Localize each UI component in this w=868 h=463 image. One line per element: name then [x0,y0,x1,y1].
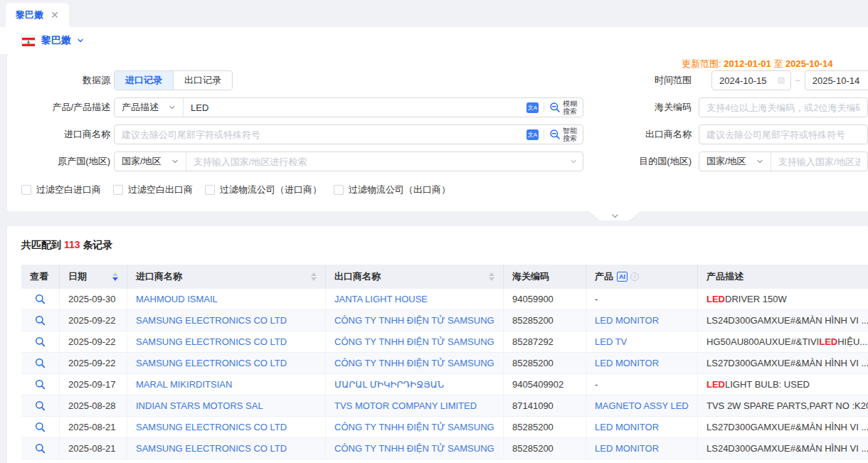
column-header-6: 产品AIi [586,265,697,289]
importer-link[interactable]: SAMSUNG ELECTRONICS CO LTD [136,443,287,454]
exporter-link[interactable]: CÔNG TY TNHH ĐIỆN TỬ SAMSUNG HCMC... [334,358,494,368]
exporter-link[interactable]: CÔNG TY TNHH ĐIỆN TỬ SAMSUNG HCMC... [334,336,494,347]
date-start-field[interactable] [711,70,791,90]
hs-code-cell: 87141090 [503,395,586,416]
exporter-input[interactable] [699,129,867,140]
product-type-select[interactable]: 产品描述 [115,98,184,117]
close-icon[interactable]: ✕ [51,10,59,20]
product-link[interactable]: LED MONITOR [595,315,659,326]
importer-link[interactable]: SAMSUNG ELECTRONICS CO LTD [136,315,287,326]
date-end-field[interactable] [805,70,868,90]
exporter-link[interactable]: CÔNG TY TNHH ĐIỆN TỬ SAMSUNG HCMC... [334,315,494,326]
fuzzy-search-icon [549,102,561,113]
view-record-button[interactable] [35,336,46,347]
checkbox-box-icon[interactable] [113,185,123,195]
customs-code-input[interactable] [699,102,867,113]
hs-code-cell: 85287292 [503,331,586,352]
checkbox-box-icon[interactable] [21,185,31,195]
view-record-button[interactable] [35,443,46,454]
column-label: 进口商名称 [136,270,182,283]
exporter-link[interactable]: CÔNG TY TNHH ĐIỆN TỬ SAMSUNG HCMC... [334,422,494,432]
exporter-link[interactable]: ՄԱՐԱԼ ՄԻԿԻՐԴԻՋՅԱՆ [334,379,444,390]
data-source-option[interactable]: 进口记录 [115,71,173,90]
importer-cell: SAMSUNG ELECTRONICS CO LTD [127,353,325,373]
collapse-chevron-icon [611,213,619,219]
exporter-link[interactable]: TVS MOTOR COMPANY LIMITED [334,400,477,411]
exporter-link[interactable]: CÔNG TY TNHH ĐIỆN TỬ SAMSUNG HCMC... [334,443,494,454]
results-count: 113 [61,239,83,250]
column-label: 查看 [30,270,48,283]
info-icon[interactable]: i [630,272,639,281]
sort-desc-icon[interactable] [112,277,118,281]
dest-country-input[interactable] [771,156,867,167]
view-cell [21,353,59,373]
importer-input[interactable] [115,129,526,140]
column-header-4[interactable]: 出口商名称 [325,265,503,289]
view-record-button[interactable] [35,294,46,304]
column-header-5: 海关编码 [503,265,586,289]
tab-lebanon[interactable]: 黎巴嫩 ✕ [6,3,69,27]
sort-asc-icon[interactable] [489,272,494,276]
origin-country-select[interactable]: 国家/地区 [115,152,186,171]
importer-link[interactable]: INDIAN STARS MOTORS SAL [136,400,263,411]
product-input[interactable] [184,102,526,113]
hs-code-cell: 85285200 [503,353,586,373]
product-link[interactable]: MAGNETO ASSY LED [595,400,689,411]
product-link[interactable]: LED MONITOR [595,358,659,368]
view-record-button[interactable] [35,422,46,432]
date-cell: 2025-09-22 [59,353,127,373]
importer-link[interactable]: SAMSUNG ELECTRONICS CO LTD [136,358,287,368]
table-row: 2025-09-22SAMSUNG ELECTRONICS CO LTDCÔNG… [21,331,868,353]
filter-checkbox[interactable]: 过滤空白进口商 [21,183,101,196]
column-header-3[interactable]: 进口商名称 [127,265,325,289]
update-range-label: 更新范围: [682,58,721,69]
data-source-option[interactable]: 出口记录 [173,71,232,90]
exporter-cell: TVS MOTOR COMPANY LIMITED [325,395,503,416]
view-record-button[interactable] [35,358,46,368]
date-start-input[interactable] [718,75,775,87]
collapse-panel-handle[interactable] [589,211,640,220]
sort-asc-icon[interactable] [112,272,118,276]
chevron-down-icon[interactable] [77,37,84,44]
product-link[interactable]: LED MONITOR [595,443,659,454]
magnifier-icon [35,315,46,326]
view-record-button[interactable] [35,315,46,326]
column-header-2[interactable]: 日期 [59,265,127,289]
translate-icon[interactable]: 文A [526,102,539,113]
dest-country-select[interactable]: 国家/地区 [699,152,771,171]
sort-desc-icon[interactable] [489,277,494,281]
exporter-link[interactable]: JANTA LIGHT HOUSE [334,294,428,304]
date-end-input[interactable] [811,75,868,87]
fuzzy-search-button[interactable]: 模糊搜索 [549,100,577,116]
checkbox-box-icon[interactable] [205,185,215,195]
importer-link[interactable]: MARAL MIKIRDITSIAN [136,379,232,390]
description-text: LS24D300GAMXUE#&MÀN HÌNH VI ... [706,315,868,326]
chevron-down-icon [169,104,176,111]
view-record-button[interactable] [35,400,46,411]
filter-checkbox[interactable]: 过滤物流公司（进口商） [205,183,322,196]
description-led-highlight: LED [706,294,725,304]
date-cell: 2025-09-22 [59,331,127,352]
exporter-cell: CÔNG TY TNHH ĐIỆN TỬ SAMSUNG HCMC... [325,438,503,459]
calendar-icon[interactable] [778,75,785,85]
importer-link[interactable]: SAMSUNG ELECTRONICS CO LTD [136,336,287,347]
chevron-down-icon[interactable] [570,158,577,165]
sort-desc-icon[interactable] [311,277,317,281]
product-link[interactable]: LED MONITOR [595,422,659,432]
checkbox-box-icon[interactable] [334,185,344,195]
filter-checkbox[interactable]: 过滤空白出口商 [113,183,193,196]
translate-icon[interactable]: 文A [526,129,539,140]
sort-asc-icon[interactable] [311,272,317,276]
smart-search-button[interactable]: 智能搜索 [549,127,577,143]
date-separator: – [795,75,800,85]
update-range-from: 2012-01-01 [724,58,771,69]
importer-link[interactable]: MAHMOUD ISMAIL [136,294,218,304]
product-link[interactable]: LED TV [595,336,627,347]
origin-country-input[interactable] [186,156,570,167]
exporter-cell: JANTA LIGHT HOUSE [325,289,503,309]
time-range-label: 时间范围 [606,70,692,90]
view-record-button[interactable] [35,379,46,390]
filter-checkbox[interactable]: 过滤物流公司（出口商） [334,183,450,196]
product-cell: LED MONITOR [586,438,697,459]
importer-link[interactable]: SAMSUNG ELECTRONICS CO LTD [136,422,287,432]
